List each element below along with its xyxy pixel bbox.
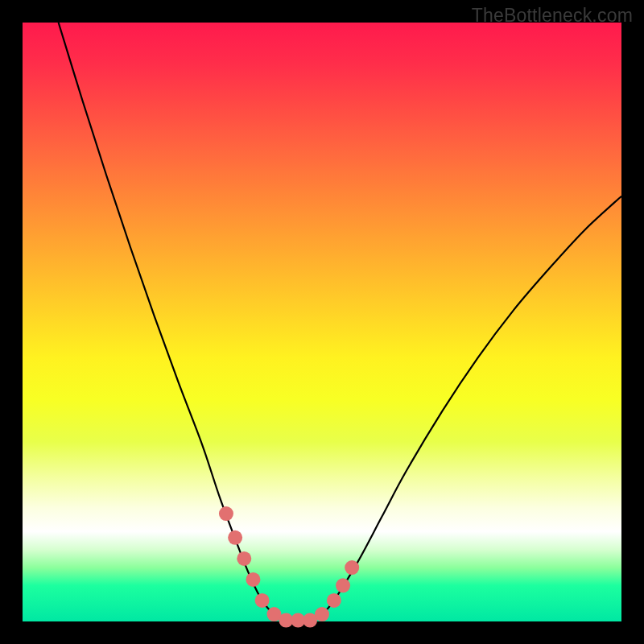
marker-dot xyxy=(237,551,251,566)
marker-dot xyxy=(327,593,341,608)
chart-plot-area xyxy=(23,23,621,621)
bottleneck-curve xyxy=(59,23,621,621)
highlight-markers xyxy=(219,506,359,627)
marker-dot xyxy=(219,506,233,521)
marker-dot xyxy=(336,578,350,592)
marker-dot xyxy=(345,560,359,575)
chart-svg xyxy=(23,23,621,621)
marker-dot xyxy=(315,607,329,621)
marker-dot xyxy=(228,530,242,545)
watermark-text: TheBottleneck.com xyxy=(472,5,633,27)
marker-dot xyxy=(255,593,270,608)
marker-dot xyxy=(246,572,260,587)
